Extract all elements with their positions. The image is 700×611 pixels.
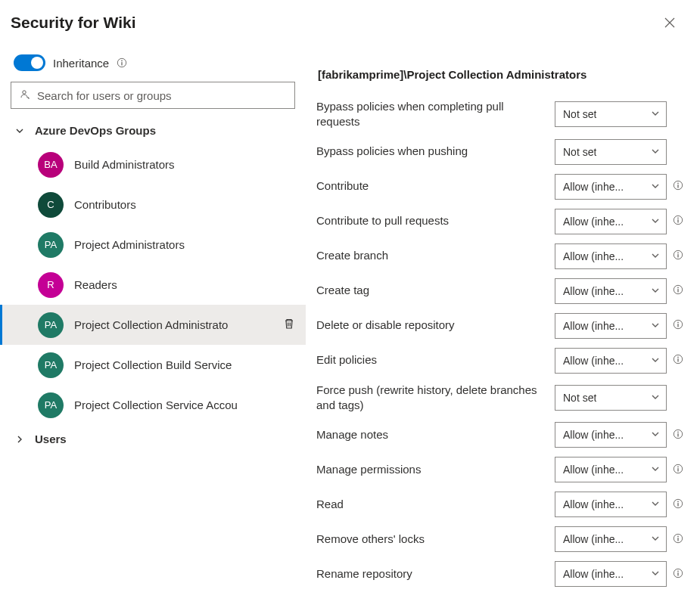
svg-point-21 bbox=[677, 357, 679, 358]
info-icon[interactable] bbox=[673, 533, 683, 546]
permission-dropdown[interactable]: Allow (inhe... bbox=[555, 174, 667, 200]
chevron-down-icon bbox=[651, 250, 660, 262]
svg-rect-10 bbox=[677, 219, 678, 222]
svg-rect-19 bbox=[677, 324, 678, 327]
chevron-down-icon bbox=[15, 126, 24, 135]
permission-label: Bypass policies when pushing bbox=[316, 144, 555, 159]
list-item[interactable]: PAProject Collection Build Service bbox=[0, 345, 306, 385]
list-item[interactable]: PAProject Collection Service Accou bbox=[0, 385, 306, 425]
delete-button[interactable] bbox=[280, 315, 298, 335]
close-button[interactable] bbox=[661, 14, 679, 32]
permission-info-slot bbox=[667, 250, 689, 262]
avatar: BA bbox=[38, 152, 64, 178]
search-input[interactable] bbox=[37, 89, 287, 102]
svg-rect-22 bbox=[677, 358, 678, 361]
permission-info-slot bbox=[667, 568, 689, 581]
permission-value: Allow (inhe... bbox=[563, 533, 624, 545]
permission-label: Create tag bbox=[316, 283, 555, 298]
avatar: PA bbox=[38, 352, 64, 378]
permission-value: Allow (inhe... bbox=[563, 320, 624, 332]
list-item[interactable]: PAProject Collection Administrato bbox=[0, 305, 306, 345]
permission-dropdown[interactable]: Allow (inhe... bbox=[555, 561, 667, 587]
list-item[interactable]: CContributors bbox=[0, 185, 306, 225]
chevron-down-icon bbox=[651, 392, 660, 404]
svg-point-15 bbox=[677, 287, 679, 289]
svg-point-1 bbox=[121, 60, 123, 62]
permission-info-slot bbox=[667, 354, 689, 367]
permission-dropdown[interactable]: Allow (inhe... bbox=[555, 457, 667, 482]
inheritance-row: Inheritance bbox=[0, 54, 306, 82]
permission-label: Force push (rewrite history, delete bran… bbox=[316, 383, 555, 414]
svg-point-30 bbox=[677, 501, 679, 502]
permission-value: Allow (inhe... bbox=[563, 464, 624, 476]
inheritance-toggle[interactable] bbox=[14, 54, 45, 71]
permission-dropdown[interactable]: Allow (inhe... bbox=[555, 313, 667, 339]
info-icon[interactable] bbox=[673, 215, 683, 228]
permission-row: ReadAllow (inhe... bbox=[316, 487, 689, 522]
group-name: Readers bbox=[74, 278, 298, 291]
svg-point-18 bbox=[677, 322, 679, 324]
inheritance-label: Inheritance bbox=[53, 57, 109, 70]
info-icon[interactable] bbox=[673, 284, 683, 297]
group-name: Build Administrators bbox=[74, 158, 298, 171]
info-icon[interactable] bbox=[673, 180, 683, 193]
permission-label: Manage notes bbox=[316, 427, 555, 442]
svg-point-12 bbox=[677, 253, 679, 254]
info-icon[interactable] bbox=[673, 354, 683, 367]
list-item[interactable]: BABuild Administrators bbox=[0, 144, 306, 185]
users-header[interactable]: Users bbox=[0, 425, 306, 453]
svg-point-6 bbox=[677, 183, 679, 185]
info-icon[interactable] bbox=[673, 498, 683, 511]
permission-dropdown[interactable]: Not set bbox=[555, 385, 667, 411]
info-icon[interactable] bbox=[673, 250, 683, 262]
chevron-down-icon bbox=[651, 429, 660, 441]
chevron-right-icon bbox=[15, 435, 24, 444]
permission-dropdown[interactable]: Allow (inhe... bbox=[555, 492, 667, 517]
group-name: Project Administrators bbox=[74, 238, 298, 251]
info-icon[interactable] bbox=[673, 464, 683, 476]
chevron-down-icon bbox=[651, 355, 660, 367]
security-dialog: Security for Wiki Inheritance bbox=[0, 0, 700, 611]
chevron-down-icon bbox=[651, 181, 660, 193]
info-icon[interactable] bbox=[673, 568, 683, 581]
selected-group-title: [fabrikamprime]\Project Collection Admin… bbox=[316, 68, 689, 95]
dialog-title: Security for Wiki bbox=[11, 14, 136, 32]
search-box[interactable] bbox=[11, 82, 295, 109]
permission-row: Contribute to pull requestsAllow (inhe..… bbox=[316, 204, 689, 239]
list-item[interactable]: PAProject Administrators bbox=[0, 225, 306, 265]
dialog-header: Security for Wiki bbox=[0, 0, 700, 41]
chevron-down-icon bbox=[651, 216, 660, 228]
permission-dropdown[interactable]: Not set bbox=[555, 101, 667, 127]
info-icon[interactable] bbox=[117, 57, 127, 68]
chevron-down-icon bbox=[651, 498, 660, 510]
permission-dropdown[interactable]: Allow (inhe... bbox=[555, 278, 667, 304]
svg-point-9 bbox=[677, 218, 679, 219]
permission-row: Edit policiesAllow (inhe... bbox=[316, 343, 689, 378]
users-header-label: Users bbox=[35, 433, 67, 445]
permission-dropdown[interactable]: Allow (inhe... bbox=[555, 348, 667, 374]
permission-value: Allow (inhe... bbox=[563, 355, 624, 367]
permission-dropdown[interactable]: Allow (inhe... bbox=[555, 526, 667, 552]
person-search-icon bbox=[19, 88, 31, 103]
svg-rect-25 bbox=[677, 433, 678, 436]
svg-rect-2 bbox=[122, 62, 123, 65]
close-icon bbox=[664, 17, 676, 29]
groups-header[interactable]: Azure DevOps Groups bbox=[0, 116, 306, 144]
info-icon[interactable] bbox=[673, 319, 683, 332]
permission-label: Rename repository bbox=[316, 566, 555, 582]
permission-dropdown[interactable]: Allow (inhe... bbox=[555, 243, 667, 269]
permission-label: Contribute to pull requests bbox=[316, 213, 555, 228]
permission-dropdown[interactable]: Allow (inhe... bbox=[555, 209, 667, 234]
svg-point-36 bbox=[677, 570, 679, 572]
permission-row: Create tagAllow (inhe... bbox=[316, 274, 689, 309]
groups-list: BABuild AdministratorsCContributorsPAPro… bbox=[0, 144, 306, 425]
permission-value: Allow (inhe... bbox=[563, 568, 624, 580]
permission-dropdown[interactable]: Not set bbox=[555, 139, 667, 165]
avatar: PA bbox=[38, 312, 64, 338]
svg-point-33 bbox=[677, 535, 679, 537]
permission-dropdown[interactable]: Allow (inhe... bbox=[555, 422, 667, 448]
list-item[interactable]: RReaders bbox=[0, 265, 306, 305]
info-icon[interactable] bbox=[673, 429, 683, 442]
groups-header-label: Azure DevOps Groups bbox=[35, 124, 156, 137]
chevron-down-icon bbox=[651, 568, 660, 580]
